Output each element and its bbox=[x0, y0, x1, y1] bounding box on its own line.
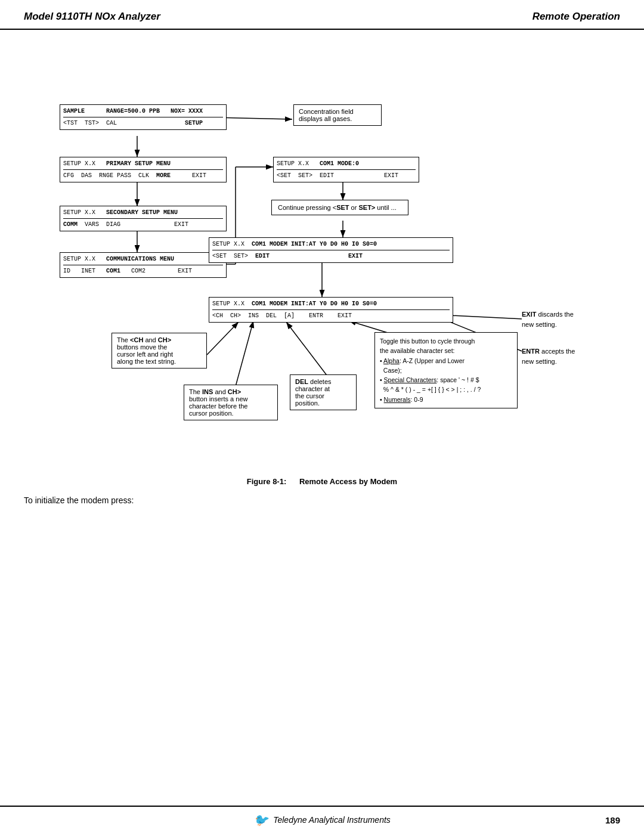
figure-number: Figure 8-1: bbox=[247, 477, 286, 486]
svg-line-12 bbox=[207, 322, 239, 355]
comm-menu-screen: SETUP X.X COMMUNICATIONS MENU ID INET CO… bbox=[60, 252, 227, 278]
ch-buttons-anno: The <CH and CH> buttons move the cursor … bbox=[112, 333, 207, 368]
figure-caption: Figure 8-1: Remote Access by Modem bbox=[24, 477, 620, 486]
header-title-left: Model 9110TH NOx Analyzer bbox=[24, 11, 160, 23]
secondary-setup-screen: SETUP X.X SECONDARY SETUP MENU COMM VARS… bbox=[60, 206, 227, 231]
page-footer: 🐦 Teledyne Analytical Instruments 189 bbox=[0, 806, 644, 833]
toggle-anno: Toggle this button to cycle through the … bbox=[374, 332, 518, 408]
concentration-anno: Concentration fielddisplays all gases. bbox=[293, 104, 382, 126]
svg-line-14 bbox=[286, 322, 328, 377]
diagram-container: SAMPLE RANGE=500.0 PPB NOX= XXXX <TST TS… bbox=[24, 42, 620, 471]
page-header: Model 9110TH NOx Analyzer Remote Operati… bbox=[0, 0, 644, 30]
com1-modem-screen1: SETUP X.X COM1 MODEM INIT:AT Y0 D0 H0 I0… bbox=[209, 237, 453, 263]
footer-page-number: 189 bbox=[605, 815, 620, 825]
exit-anno: EXIT discards the new setting. bbox=[522, 307, 611, 332]
footer-logo: 🐦 Teledyne Analytical Instruments bbox=[253, 813, 391, 827]
figure-title: Remote Access by Modem bbox=[299, 477, 397, 486]
svg-line-13 bbox=[236, 321, 253, 386]
footer-company-name: Teledyne Analytical Instruments bbox=[273, 815, 391, 825]
svg-line-15 bbox=[349, 321, 388, 333]
sample-screen: SAMPLE RANGE=500.0 PPB NOX= XXXX <TST TS… bbox=[60, 104, 227, 130]
continue-pressing-anno: Continue pressing <SET or SET> until ... bbox=[271, 200, 408, 215]
del-anno: DEL deletes character at the cursor posi… bbox=[290, 374, 357, 410]
footer-bird-icon: 🐦 bbox=[253, 813, 268, 827]
primary-setup-screen: SETUP X.X PRIMARY SETUP MENU CFG DAS RNG… bbox=[60, 157, 227, 182]
ins-ch-anno: The INS and CH> button inserts a new cha… bbox=[184, 385, 278, 420]
com1-mode-screen: SETUP X.X COM1 MODE:0 <SET SET> EDIT EXI… bbox=[273, 157, 419, 182]
main-content: SAMPLE RANGE=500.0 PPB NOX= XXXX <TST TS… bbox=[0, 30, 644, 517]
com1-modem-screen2: SETUP X.X COM1 MODEM INIT:AT Y0 D0 H0 I0… bbox=[209, 297, 453, 323]
body-text: To initialize the modem press: bbox=[24, 496, 620, 505]
header-title-right: Remote Operation bbox=[532, 11, 620, 23]
entr-anno: ENTR accepts the new setting. bbox=[522, 344, 611, 369]
